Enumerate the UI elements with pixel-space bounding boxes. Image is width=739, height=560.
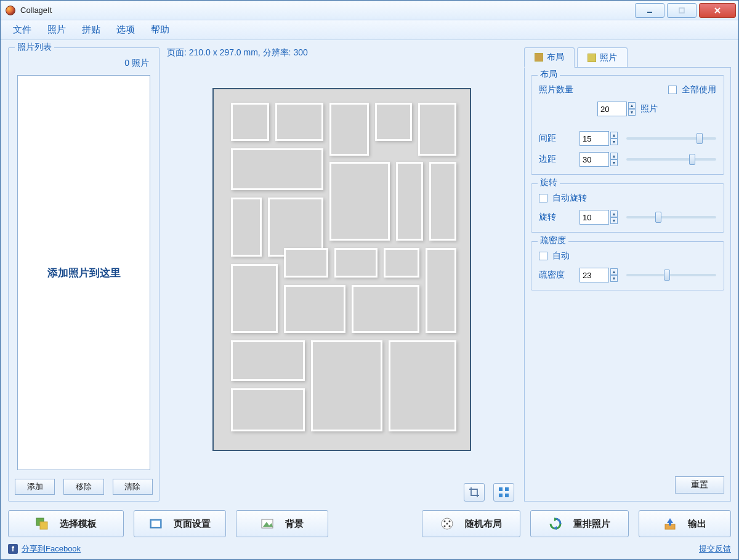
app-title: CollageIt bbox=[20, 6, 52, 15]
collage-cell[interactable] bbox=[389, 340, 456, 431]
crop-icon bbox=[469, 487, 480, 498]
app-icon bbox=[6, 6, 15, 15]
photo-list-panel: 照片列表 0 照片 添加照片到这里 添加 移除 清除 bbox=[8, 47, 160, 502]
share-facebook-link[interactable]: 分享到Facebook bbox=[22, 543, 81, 554]
spin-up[interactable]: ▲ bbox=[610, 132, 618, 138]
minimize-button[interactable] bbox=[635, 3, 664, 18]
photo-count-input[interactable] bbox=[597, 102, 627, 116]
rotate-group-title: 旋转 bbox=[538, 177, 560, 188]
rotate-slider[interactable] bbox=[626, 216, 716, 218]
collage-cell[interactable] bbox=[284, 285, 345, 333]
collage-cell[interactable] bbox=[418, 103, 456, 156]
export-icon bbox=[663, 517, 677, 530]
collage-cell[interactable] bbox=[352, 285, 419, 333]
random-layout-button[interactable]: 随机布局 bbox=[422, 510, 520, 537]
collage-cell[interactable] bbox=[231, 198, 262, 257]
collage-cell[interactable] bbox=[429, 162, 456, 241]
menu-file[interactable]: 文件 bbox=[13, 24, 31, 36]
menu-bar: 文件 照片 拼贴 选项 帮助 bbox=[1, 20, 738, 40]
photo-drop-placeholder: 添加照片到这里 bbox=[47, 266, 121, 280]
export-button[interactable]: 输出 bbox=[639, 510, 731, 537]
density-slider[interactable] bbox=[626, 274, 716, 276]
collage-cell[interactable] bbox=[284, 248, 328, 278]
maximize-button[interactable] bbox=[667, 3, 697, 18]
collage-cell[interactable] bbox=[384, 248, 419, 278]
density-input[interactable] bbox=[579, 268, 609, 282]
background-button[interactable]: 背景 bbox=[236, 510, 328, 537]
reset-button[interactable]: 重置 bbox=[675, 476, 724, 494]
svg-rect-9 bbox=[40, 522, 47, 529]
title-bar: CollageIt bbox=[1, 1, 738, 20]
menu-options[interactable]: 选项 bbox=[116, 24, 135, 36]
svg-point-15 bbox=[444, 521, 446, 522]
collage-cell[interactable] bbox=[231, 388, 305, 431]
dice-icon bbox=[440, 517, 454, 530]
tab-photo[interactable]: 照片 bbox=[577, 47, 628, 67]
margin-slider[interactable] bbox=[626, 158, 716, 161]
auto-rotate-checkbox[interactable] bbox=[539, 194, 547, 202]
svg-point-18 bbox=[444, 526, 446, 527]
density-group: 疏密度 自动 疏密度 ▲▼ bbox=[531, 241, 724, 290]
close-button[interactable] bbox=[699, 3, 736, 18]
spin-up[interactable]: ▲ bbox=[610, 268, 618, 275]
spin-down[interactable]: ▼ bbox=[628, 109, 636, 116]
svg-point-17 bbox=[446, 523, 448, 525]
svg-point-16 bbox=[449, 521, 451, 522]
spin-up[interactable]: ▲ bbox=[610, 210, 618, 217]
rotate-group: 旋转 自动旋转 旋转 ▲▼ bbox=[531, 183, 724, 233]
page-info: 页面: 210.0 x 297.0 mm, 分辨率: 300 bbox=[167, 47, 517, 65]
photo-drop-area[interactable]: 添加照片到这里 bbox=[17, 75, 150, 470]
remove-button[interactable]: 移除 bbox=[63, 479, 103, 495]
svg-rect-11 bbox=[151, 521, 160, 527]
spacing-input[interactable] bbox=[579, 131, 609, 146]
collage-cell[interactable] bbox=[426, 248, 456, 333]
svg-rect-6 bbox=[499, 494, 503, 497]
margin-input[interactable] bbox=[579, 152, 609, 167]
collage-canvas[interactable] bbox=[212, 88, 471, 451]
collage-cell[interactable] bbox=[275, 103, 323, 141]
spin-up[interactable]: ▲ bbox=[610, 153, 618, 159]
svg-rect-24 bbox=[669, 522, 671, 526]
spin-down[interactable]: ▼ bbox=[610, 217, 618, 224]
collage-cell[interactable] bbox=[231, 148, 323, 190]
layout-group-title: 布局 bbox=[538, 69, 560, 80]
svg-rect-1 bbox=[679, 8, 684, 13]
svg-rect-5 bbox=[505, 487, 509, 491]
use-all-checkbox[interactable] bbox=[668, 86, 677, 94]
spacing-slider[interactable] bbox=[626, 137, 716, 140]
menu-help[interactable]: 帮助 bbox=[151, 24, 169, 36]
collage-cell[interactable] bbox=[329, 103, 369, 156]
spin-down[interactable]: ▼ bbox=[610, 275, 618, 282]
auto-rotate-label: 自动旋转 bbox=[552, 193, 587, 204]
fullscreen-tool[interactable] bbox=[493, 483, 514, 502]
rotate-input[interactable] bbox=[579, 210, 609, 225]
photo-unit: 照片 bbox=[640, 103, 658, 114]
feedback-link[interactable]: 提交反馈 bbox=[699, 543, 731, 554]
collage-cell[interactable] bbox=[231, 264, 278, 333]
auto-density-checkbox[interactable] bbox=[539, 252, 547, 260]
page-setup-button[interactable]: 页面设置 bbox=[134, 510, 226, 537]
collage-cell[interactable] bbox=[329, 162, 390, 241]
crop-tool[interactable] bbox=[464, 483, 485, 502]
add-button[interactable]: 添加 bbox=[15, 479, 55, 495]
collage-cell[interactable] bbox=[231, 103, 269, 141]
rearrange-button[interactable]: 重排照片 bbox=[530, 510, 629, 537]
spin-down[interactable]: ▼ bbox=[610, 159, 618, 166]
template-button[interactable]: 选择模板 bbox=[8, 510, 124, 537]
clear-button[interactable]: 清除 bbox=[113, 479, 153, 495]
use-all-label: 全部使用 bbox=[682, 84, 716, 95]
collage-cell[interactable] bbox=[334, 248, 378, 278]
auto-density-label: 自动 bbox=[552, 250, 570, 262]
menu-collage[interactable]: 拼贴 bbox=[82, 24, 100, 36]
spin-up[interactable]: ▲ bbox=[628, 102, 636, 109]
collage-cell[interactable] bbox=[396, 162, 423, 241]
collage-cell[interactable] bbox=[231, 340, 305, 381]
svg-rect-7 bbox=[505, 494, 509, 497]
collage-cell[interactable] bbox=[375, 103, 412, 141]
spin-down[interactable]: ▼ bbox=[610, 138, 618, 145]
collage-cell[interactable] bbox=[311, 340, 382, 431]
tab-layout[interactable]: 布局 bbox=[524, 47, 575, 68]
photo-icon bbox=[588, 54, 596, 62]
menu-photo[interactable]: 照片 bbox=[47, 24, 66, 36]
refresh-icon bbox=[549, 517, 562, 530]
